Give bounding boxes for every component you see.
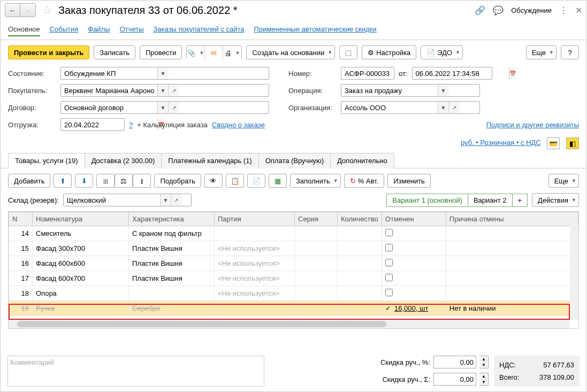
currency-link[interactable]: руб. • Розничная • с НДС [461,139,541,147]
summary-link[interactable]: Сводно о заказе [212,121,265,129]
org-input[interactable] [341,102,438,113]
post-close-button[interactable]: Провести и закрыть [8,45,89,59]
favorite-star-icon[interactable]: ☆ [42,4,52,17]
card-icon[interactable]: 💳 [547,137,560,149]
dropdown-icon[interactable]: ▼ [157,84,168,96]
cell-cancelled[interactable] [382,241,446,256]
customer-input[interactable] [61,84,157,96]
copy-button[interactable]: 📋 [226,174,244,188]
variant2-button[interactable]: Вариант 2 [468,194,513,207]
more-button[interactable]: Еще▼ [526,45,556,59]
barcode-button[interactable]: ⫼ [96,174,115,188]
variant1-button[interactable]: Вариант 1 (основной) [386,194,468,207]
vertical-scrollbar[interactable] [570,226,578,320]
auto-percent-button[interactable]: ↻ % Авт. [344,174,385,188]
view-button[interactable]: 👁 [204,174,223,188]
col-name[interactable]: Номенклатура [33,212,129,226]
tab-site-orders[interactable]: Заказы покупателей с сайта [154,23,245,36]
horizontal-scrollbar[interactable] [9,320,570,328]
help-button[interactable]: ? [561,45,579,59]
tab-events[interactable]: События [50,23,79,36]
table-row[interactable]: 19РучкаСеребро 16,000, штНет в наличии [9,301,578,316]
email-button[interactable]: ✉ [205,46,223,60]
print-button[interactable]: 🖨▼ [223,46,241,60]
discount-pct-input[interactable] [433,356,476,368]
step-down-icon[interactable]: ▼ [479,379,488,385]
step-up-icon[interactable]: ▲ [479,373,488,379]
table-row[interactable]: 15Фасад 300x700Пластик Вишня<Не использу… [9,241,578,256]
link-icon[interactable]: 🔗 [475,5,485,16]
move-down-button[interactable]: ⬇ [75,174,93,188]
calculation-link[interactable]: + Калькуляция заказа [137,121,208,129]
contract-input[interactable] [61,102,157,113]
table-row[interactable]: 17Фасад 600x700Пластик Вишня<Не использу… [9,271,578,286]
open-icon[interactable]: ↗ [448,102,459,113]
tab-reports[interactable]: Отчеты [120,23,144,36]
tab-goods[interactable]: Товары, услуги (19) [8,153,85,168]
col-n[interactable]: N [9,212,33,226]
open-icon[interactable]: ↗ [171,194,181,206]
scanner-button[interactable]: ⫿ [133,174,151,188]
cell-cancelled[interactable] [382,271,446,286]
dropdown-icon[interactable]: ▼ [438,84,448,96]
col-batch[interactable]: Партия [215,212,295,226]
cell-cancelled[interactable]: 16,000, шт [382,301,446,316]
scales-button[interactable]: ⚖ [115,174,133,188]
col-reason[interactable]: Причина отмены [446,212,578,226]
calendar-icon[interactable]: 📅 [509,67,516,79]
table-row[interactable]: 16Фасад 600x600Пластик Вишня<Не использу… [9,256,578,271]
bookmark-icon[interactable]: ◧ [566,137,579,149]
tab-payment-schedule[interactable]: Платежный календарь (1) [161,153,258,168]
warehouse-input[interactable] [64,194,160,206]
cell-cancelled[interactable] [382,256,446,271]
dropdown-icon[interactable]: ▼ [157,67,168,79]
post-button[interactable]: Провести [140,45,182,59]
structure-button[interactable]: ⬚ [339,45,357,59]
shipment-help-link[interactable]: ? [129,121,133,129]
discussion-icon[interactable]: 💬 [493,5,504,16]
signatures-link[interactable]: Подписи и другие реквизиты [486,121,579,129]
open-icon[interactable]: ↗ [168,84,179,96]
comment-textarea[interactable]: Комментарий [7,356,264,387]
add-row-button[interactable]: Добавить [8,174,50,188]
fill-button[interactable]: Заполнить▼ [290,174,341,188]
change-button[interactable]: Изменить [387,174,431,188]
tab-payment[interactable]: Оплата (Вручную) [258,153,331,168]
tab-files[interactable]: Файлы [88,23,110,36]
dropdown-icon[interactable]: ▼ [160,194,171,206]
edo-button[interactable]: 📄 ЭДО▼ [421,45,463,59]
nav-back-button[interactable]: ← [5,4,20,17]
settings-button[interactable]: ⚙ Настройка [362,45,416,59]
col-series[interactable]: Серия [295,212,338,226]
col-char[interactable]: Характеристика [129,212,215,226]
add-variant-button[interactable]: + [513,194,528,207]
tab-main[interactable]: Основное [8,23,40,36]
save-button[interactable]: Записать [94,45,135,59]
step-up-icon[interactable]: ▲ [479,356,488,362]
discount-sum-input[interactable] [433,373,476,386]
cell-cancelled[interactable] [382,286,446,301]
table-row[interactable]: 18Опора<Не используется> [9,286,578,301]
more-icon[interactable]: ⋮ [559,5,568,16]
status-input[interactable] [61,67,157,79]
operation-input[interactable] [341,84,438,96]
open-icon[interactable]: ↗ [168,102,179,113]
create-based-button[interactable]: Создать на основании▼ [246,45,335,59]
actions-button[interactable]: Действия▼ [532,193,579,207]
attach-button[interactable]: 📎▼ [187,46,205,60]
move-up-button[interactable]: ⬆ [54,174,72,188]
close-icon[interactable]: ✕ [575,5,582,16]
discussion-label[interactable]: Обсуждение [511,6,552,14]
step-down-icon[interactable]: ▼ [479,362,488,368]
col-cancelled[interactable]: Отменен [382,212,446,226]
paste-button[interactable]: 📄 [247,174,265,188]
tab-delivery[interactable]: Доставка (2 300,00) [85,153,162,168]
tab-extra[interactable]: Дополнительно [330,153,394,168]
tab-discounts[interactable]: Примененные автоматические скидки [254,23,377,36]
cell-cancelled[interactable] [382,226,446,241]
dropdown-icon[interactable]: ▼ [438,102,448,113]
nav-forward-button[interactable]: → [20,4,35,17]
table-row[interactable]: 14СмесительС краном под фильтр [9,226,578,241]
pick-button[interactable]: Подобрать [154,174,201,188]
table-more-button[interactable]: Еще▼ [548,174,579,188]
